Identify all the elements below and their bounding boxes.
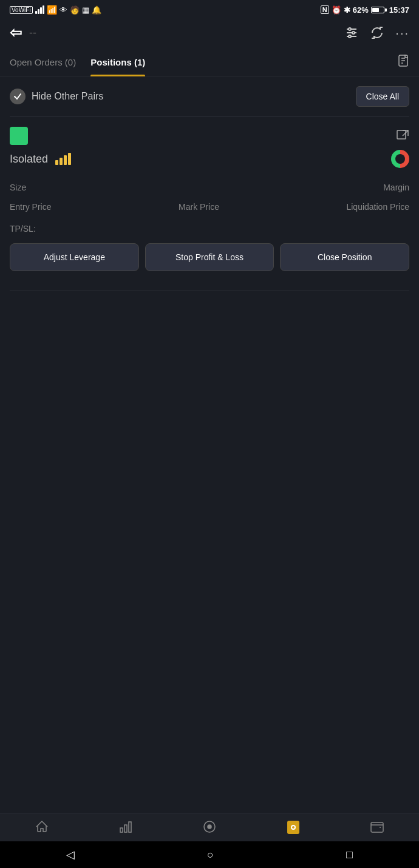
- prices-row: Entry Price Mark Price Liquidation Price: [10, 197, 409, 217]
- markets-icon: [118, 819, 133, 838]
- hide-pairs-checkbox[interactable]: [10, 89, 26, 104]
- position-color-indicator: [10, 127, 28, 145]
- wallets-icon: [370, 819, 384, 838]
- tab-positions[interactable]: Positions (1): [90, 49, 145, 76]
- divider-2: [10, 291, 409, 291]
- more-icon: ···: [395, 26, 409, 40]
- more-button[interactable]: ···: [395, 26, 409, 40]
- size-margin-row: Size Margin: [10, 178, 409, 197]
- hide-pairs-label: Hide Other Pairs: [32, 91, 103, 102]
- position-card: Isolated Size Margin Entry Price Mark Pr…: [0, 117, 419, 291]
- header-left: ⇦ --: [10, 24, 36, 41]
- android-nav-bar: ◁ ○ □: [0, 841, 419, 868]
- action-buttons: Adjust Leverage Stop Profit & Loss Close…: [10, 238, 409, 281]
- close-all-button[interactable]: Close All: [356, 86, 409, 107]
- content-area: Open Orders (0) Positions (1) Hide Other…: [0, 49, 419, 388]
- bar-2: [60, 158, 63, 165]
- tabs: Open Orders (0) Positions (1): [0, 49, 419, 76]
- status-left: VoWiFi 📶 👁 🧑 ▦ 🔔: [10, 5, 101, 15]
- battery-icon: [371, 7, 387, 13]
- svg-rect-13: [124, 825, 127, 832]
- mark-price-label: Mark Price: [179, 202, 219, 212]
- svg-rect-14: [129, 822, 131, 832]
- eye-icon: 👁: [60, 5, 67, 15]
- external-link-button[interactable]: [396, 129, 409, 143]
- check-icon: [13, 92, 22, 101]
- signal-icon: [35, 5, 44, 14]
- svg-rect-12: [120, 828, 123, 832]
- svg-point-3: [349, 28, 351, 30]
- position-header: [10, 127, 409, 145]
- size-label: Size: [10, 183, 26, 192]
- status-bar: VoWiFi 📶 👁 🧑 ▦ 🔔 N ⏰ ✱ 62% 15:37: [0, 0, 419, 17]
- risk-indicator: [391, 150, 409, 168]
- status-right: N ⏰ ✱ 62% 15:37: [321, 5, 409, 15]
- doc-icon: [397, 54, 409, 67]
- svg-point-4: [352, 32, 355, 34]
- header-right: ···: [344, 25, 409, 40]
- tpsl-row: TP/SL:: [10, 217, 409, 238]
- back-icon: ⇦: [10, 24, 22, 41]
- bell-icon: 🔔: [92, 5, 101, 15]
- liquidation-price-label: Liquidation Price: [346, 202, 409, 212]
- battery-percentage: 62%: [353, 5, 369, 15]
- adjust-icon: [344, 25, 359, 40]
- bar-4: [68, 153, 71, 165]
- close-position-button[interactable]: Close Position: [280, 243, 409, 271]
- margin-label: Margin: [383, 183, 409, 192]
- position-type-left: Isolated: [10, 153, 71, 166]
- header-dash: --: [29, 27, 36, 39]
- header: ⇦ -- ···: [0, 17, 419, 49]
- hide-pairs-row: Hide Other Pairs Close All: [0, 76, 419, 116]
- entry-price-label: Entry Price: [10, 202, 51, 212]
- carrier-label: VoWiFi: [10, 6, 33, 14]
- cycle-icon: [370, 25, 384, 40]
- position-type-row: Isolated: [10, 150, 409, 168]
- doc-button[interactable]: [397, 54, 409, 70]
- android-recent-button[interactable]: □: [346, 849, 353, 861]
- wifi-icon: 📶: [47, 5, 57, 15]
- time-label: 15:37: [389, 5, 409, 15]
- svg-point-5: [349, 35, 351, 38]
- svg-point-16: [208, 825, 211, 829]
- external-link-icon: [396, 129, 409, 143]
- adjust-leverage-button[interactable]: Adjust Leverage: [10, 243, 139, 271]
- nfc-icon: N: [321, 5, 329, 14]
- grid-icon: ▦: [82, 5, 89, 15]
- stop-profit-loss-button[interactable]: Stop Profit & Loss: [145, 243, 274, 271]
- bluetooth-icon: ✱: [344, 5, 350, 15]
- home-icon: [35, 819, 49, 838]
- tab-open-orders[interactable]: Open Orders (0): [10, 49, 76, 76]
- adjust-button[interactable]: [344, 25, 359, 40]
- back-button[interactable]: ⇦: [10, 24, 22, 41]
- trades-icon: [202, 819, 217, 838]
- isolated-label: Isolated: [10, 153, 48, 166]
- android-back-button[interactable]: ◁: [66, 848, 75, 861]
- svg-point-19: [292, 826, 295, 829]
- person-icon: 🧑: [70, 5, 80, 15]
- alarm-icon: ⏰: [332, 5, 341, 15]
- bar-1: [55, 160, 58, 165]
- hide-pairs-left: Hide Other Pairs: [10, 89, 103, 104]
- android-home-button[interactable]: ○: [207, 849, 214, 861]
- tpsl-label: TP/SL:: [10, 224, 36, 234]
- futures-icon: [286, 819, 301, 839]
- leverage-bars: [55, 153, 71, 165]
- cycle-button[interactable]: [370, 25, 384, 40]
- bar-3: [64, 155, 67, 165]
- svg-rect-20: [371, 823, 383, 832]
